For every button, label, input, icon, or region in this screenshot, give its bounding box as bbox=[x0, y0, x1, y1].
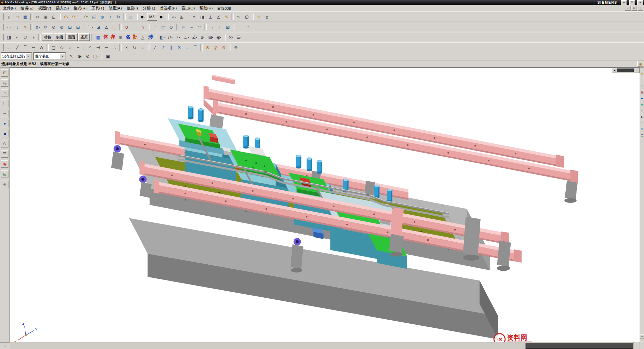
offset-face-icon[interactable]: ↑ bbox=[216, 23, 224, 31]
circle-double-icon[interactable]: ◎ bbox=[212, 43, 220, 51]
show-icon[interactable]: ◐ bbox=[13, 33, 21, 41]
gas-spring[interactable] bbox=[188, 106, 193, 119]
view-pad-icon[interactable]: ⊞ bbox=[1, 69, 8, 77]
offset-curve-icon[interactable]: ≍ bbox=[110, 43, 118, 51]
color-palette-icon[interactable]: ◉ bbox=[1, 160, 8, 168]
intersect-icon[interactable]: ∩ bbox=[139, 23, 147, 31]
arc-icon[interactable]: ⌒ bbox=[21, 43, 29, 51]
tube-icon[interactable]: ◠ bbox=[195, 23, 204, 31]
constraint-navigator-icon[interactable]: ⊥ bbox=[640, 78, 644, 82]
annotation-icon[interactable]: ✎ bbox=[222, 13, 231, 21]
splitter-up-icon[interactable]: ▲ bbox=[641, 133, 643, 135]
pencil-icon[interactable]: ✎ bbox=[255, 13, 263, 21]
cad-model-svg[interactable]: Z Y X bbox=[10, 68, 640, 342]
copy-icon[interactable]: ▣ bbox=[42, 13, 50, 21]
scrollbar-track[interactable] bbox=[634, 68, 639, 73]
new-part-icon[interactable]: ▯ bbox=[5, 13, 13, 21]
menu-assemblies[interactable]: 装配(A) bbox=[106, 5, 124, 11]
render-style-m3-button[interactable]: M3▾ bbox=[147, 13, 157, 21]
mini-scrollbar[interactable]: ◀ bbox=[612, 68, 640, 73]
delete-face-icon[interactable]: ⊠ bbox=[224, 23, 232, 31]
blue-marker-icon[interactable]: ● bbox=[1, 120, 8, 127]
wave-link-icon[interactable]: ≈▾ bbox=[174, 33, 182, 41]
draft-icon[interactable]: ∠ bbox=[102, 23, 110, 31]
cross-icon[interactable]: ✕ bbox=[175, 43, 183, 51]
revolve-icon[interactable]: ↻ bbox=[42, 23, 50, 31]
inside-select-icon[interactable]: ⊙ bbox=[84, 52, 92, 60]
history-palette-icon[interactable]: ⊙ bbox=[640, 109, 644, 112]
datum-axis-icon[interactable]: ↕ bbox=[13, 23, 21, 31]
point-icon[interactable]: • bbox=[74, 43, 82, 51]
swept-icon[interactable]: ∼ bbox=[187, 23, 195, 31]
name-macro-button[interactable]: 名 bbox=[125, 34, 132, 41]
report-icon[interactable]: ☰▾ bbox=[235, 33, 243, 41]
body-macro-button[interactable]: 体 bbox=[102, 34, 109, 41]
circle-select-icon[interactable]: ○ bbox=[1, 89, 8, 97]
balloon-icon[interactable]: ◉▾ bbox=[215, 33, 223, 41]
mdi-restore-button[interactable]: □ bbox=[631, 6, 637, 11]
selection-filter-dropdown[interactable]: 没有选择过滤器 ▼ bbox=[1, 52, 32, 60]
ellipse-icon[interactable]: ○ bbox=[66, 43, 74, 51]
text-icon[interactable]: A bbox=[37, 43, 46, 51]
save-icon[interactable]: ▦ bbox=[21, 13, 29, 21]
section-view-icon[interactable]: ◨ bbox=[198, 13, 206, 21]
trim-icon[interactable]: ⊣ bbox=[94, 43, 102, 51]
layer-stack-icon[interactable]: ⊟ bbox=[1, 170, 8, 178]
boss-icon[interactable]: ⊕ bbox=[58, 23, 66, 31]
line2-icon[interactable]: ╱ bbox=[151, 43, 159, 51]
web-browser-icon[interactable]: ◉ bbox=[640, 103, 644, 106]
trim-body-icon[interactable]: ⊘ bbox=[167, 23, 175, 31]
profile-icon[interactable]: ∟ bbox=[5, 43, 13, 51]
project-curve-icon[interactable]: ↓ bbox=[139, 43, 147, 51]
gas-spring[interactable] bbox=[317, 160, 322, 174]
materials-icon[interactable]: ◧ bbox=[640, 115, 644, 118]
dropdown-arrow-icon[interactable]: ▼ bbox=[59, 53, 65, 59]
fillet-icon[interactable]: ◜ bbox=[86, 43, 94, 51]
restore-button[interactable]: 还原 bbox=[78, 33, 90, 41]
rect-select-icon[interactable]: ▢ bbox=[1, 100, 8, 107]
open-icon[interactable]: ▱ bbox=[13, 13, 21, 21]
spring-macro-button[interactable]: 弹 bbox=[109, 34, 116, 41]
zoom-icon[interactable]: ⊕ bbox=[98, 13, 106, 21]
deselect-icon[interactable]: ∅ bbox=[243, 13, 251, 21]
extrude-icon[interactable]: ⇧▾ bbox=[33, 23, 42, 31]
frame-select-icon[interactable]: ▢▾ bbox=[92, 52, 100, 60]
quick-trim-icon[interactable]: × bbox=[123, 43, 131, 51]
paste-icon[interactable]: ⊡ bbox=[50, 13, 58, 21]
tools-icon[interactable]: * bbox=[244, 23, 252, 31]
expression-icon[interactable]: = bbox=[236, 23, 244, 31]
minimize-button[interactable]: – bbox=[621, 0, 627, 5]
pocket-icon[interactable]: ⊟ bbox=[66, 23, 74, 31]
scrollbar-thumb[interactable] bbox=[617, 69, 634, 72]
circle-full-icon[interactable]: ⊙ bbox=[204, 43, 212, 51]
menu-preferences[interactable]: 首选项(P) bbox=[158, 5, 179, 11]
horizontal-scrollbar-thumb[interactable] bbox=[526, 343, 640, 349]
snap-toggle-icon[interactable]: ▣ bbox=[104, 52, 112, 60]
object-display-icon[interactable]: ◨ bbox=[5, 33, 13, 41]
datum-display-icon[interactable]: ≡ bbox=[190, 13, 198, 21]
target-icon[interactable]: ⊕ bbox=[116, 33, 125, 41]
navy-swatch-icon[interactable]: ■ bbox=[1, 130, 8, 137]
horizontal-scrollbar[interactable]: ⊞ bbox=[10, 342, 640, 349]
graphics-viewport[interactable]: Z Y X ◀ x S bbox=[10, 68, 640, 342]
shell-icon[interactable]: ▢ bbox=[110, 23, 118, 31]
unite-icon[interactable]: ∪ bbox=[123, 23, 131, 31]
resource-bar-splitter[interactable]: ▲ ▼ bbox=[641, 133, 643, 138]
menu-format[interactable]: 格式(R) bbox=[71, 5, 89, 11]
snap-icon[interactable]: ⊛ bbox=[232, 43, 240, 51]
sketch-icon[interactable]: ✎ bbox=[21, 23, 29, 31]
reuse-library-icon[interactable]: ▦ bbox=[640, 90, 644, 94]
edit-display-icon[interactable]: ◧▾ bbox=[158, 33, 166, 41]
maximize-button[interactable]: □ bbox=[629, 0, 635, 5]
scene-navigator-icon[interactable]: ◈ bbox=[640, 127, 644, 131]
constraint-icon[interactable]: ⊥▾ bbox=[182, 33, 190, 41]
interference-macro-button[interactable]: 涉 bbox=[147, 34, 154, 41]
fit-view-icon[interactable]: ◱ bbox=[90, 13, 98, 21]
menu-edit[interactable]: 编辑(E) bbox=[18, 5, 36, 11]
pad-icon[interactable]: ⊞ bbox=[74, 23, 82, 31]
menu-window[interactable]: 窗口(O) bbox=[179, 5, 197, 11]
solid-translucent-button[interactable]: 实透 bbox=[54, 33, 65, 41]
background-color-icon[interactable]: ■▾ bbox=[158, 13, 166, 21]
batch-macro-button[interactable]: 批 bbox=[132, 34, 139, 41]
menu-information[interactable]: 信息(I) bbox=[124, 5, 140, 11]
